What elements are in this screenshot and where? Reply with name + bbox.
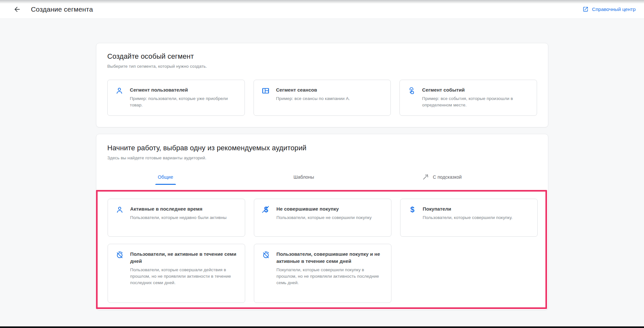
person-icon	[116, 205, 124, 230]
card-title: Активные в последнее время	[130, 205, 226, 213]
tab-label: Шаблоны	[293, 174, 314, 180]
tab-label: С подсказкой	[433, 174, 462, 180]
card-non-purchasers[interactable]: $ Не совершившие покупку Пользователи, к…	[254, 199, 391, 237]
card-description: Пользователи, которые совершили покупку.	[423, 214, 513, 221]
help-center-label: Справочный центр	[592, 6, 636, 12]
card-event-segment[interactable]: Сегмент событий Пример: все события, кот…	[399, 80, 537, 116]
card-text: Активные в последнее время Пользователи,…	[130, 205, 226, 230]
card-text: Сегмент пользователей Пример: пользовате…	[130, 86, 237, 109]
custom-segment-subtitle: Выберите тип сегмента, который нужно соз…	[107, 64, 537, 69]
recommended-audiences-panel: Начните работу, выбрав одну из рекоменду…	[96, 134, 548, 310]
card-text: Сегмент сеансов Пример: все сеансы по ка…	[276, 86, 350, 109]
arrow-back-icon	[13, 5, 21, 13]
segment-type-cards: Сегмент пользователей Пример: пользовате…	[107, 80, 537, 116]
money-off-icon: $	[262, 205, 270, 214]
card-title: Сегмент пользователей	[130, 86, 237, 94]
touch-icon	[408, 86, 416, 109]
tab-suggested[interactable]: С подсказкой	[373, 169, 511, 185]
card-title: Сегмент сеансов	[276, 86, 350, 94]
tab-general[interactable]: Общие	[96, 169, 235, 185]
tab-templates[interactable]: Шаблоны	[235, 169, 373, 185]
card-text: Пользователи, совершившие покупку и не а…	[276, 251, 383, 296]
card-purchased-inactive-7-days[interactable]: Пользователи, совершившие покупку и не а…	[254, 244, 391, 303]
timer-off-icon	[262, 251, 270, 296]
top-app-bar: Создание сегмента Справочный центр	[0, 0, 644, 18]
sessions-icon	[262, 86, 270, 109]
card-description: Пример: все события, которые произошли в…	[422, 95, 529, 108]
card-inactive-7-days[interactable]: Пользователи, не активные в течение семи…	[108, 244, 245, 303]
help-center-link[interactable]: Справочный центр	[582, 6, 636, 12]
bottom-edge-bar	[0, 326, 644, 328]
card-description: Пользователи, которые не совершили покуп…	[276, 214, 372, 221]
card-text: Сегмент событий Пример: все события, кот…	[422, 86, 529, 109]
card-text: Пользователи, не активные в течение семи…	[130, 251, 237, 296]
card-purchasers[interactable]: $ Покупатели Пользователи, которые совер…	[400, 199, 538, 237]
card-text: Не совершившие покупку Пользователи, кот…	[276, 205, 372, 230]
back-button[interactable]	[13, 5, 21, 14]
card-title: Сегмент событий	[422, 86, 529, 94]
card-description: Пример: все сеансы по кампании А.	[276, 95, 350, 102]
card-title: Пользователи, совершившие покупку и не а…	[276, 251, 383, 265]
magic-wand-icon	[422, 174, 429, 180]
tab-label: Общие	[158, 174, 173, 180]
card-session-segment[interactable]: Сегмент сеансов Пример: все сеансы по ка…	[254, 80, 391, 116]
custom-segment-panel: Создайте особый сегмент Выберите тип сег…	[96, 43, 548, 127]
card-title: Покупатели	[423, 205, 513, 213]
card-description: Покупатели, которые совершили покупку в …	[276, 267, 383, 286]
main-content: Создайте особый сегмент Выберите тип сег…	[96, 18, 548, 310]
pink-annotation-box: Активные в последнее время Пользователи,…	[96, 190, 547, 309]
audience-cards: Активные в последнее время Пользователи,…	[108, 199, 538, 303]
card-description: Пользователи, которые совершали действия…	[130, 267, 237, 286]
card-description: Пример: пользователи, которые уже приобр…	[130, 95, 237, 108]
timer-off-icon	[116, 251, 124, 296]
card-text: Покупатели Пользователи, которые соверши…	[423, 205, 513, 230]
dollar-glyph: $	[410, 205, 415, 214]
card-title: Не совершившие покупку	[276, 205, 372, 213]
card-user-segment[interactable]: Сегмент пользователей Пример: пользовате…	[107, 80, 245, 116]
dollar-icon: $	[408, 205, 417, 214]
person-icon	[115, 86, 124, 109]
card-recently-active[interactable]: Активные в последнее время Пользователи,…	[108, 199, 245, 237]
custom-segment-title: Создайте особый сегмент	[107, 52, 537, 61]
page-title: Создание сегмента	[31, 5, 93, 13]
recommended-title: Начните работу, выбрав одну из рекоменду…	[107, 144, 537, 152]
card-description: Пользователи, которые недавно были актив…	[130, 214, 226, 221]
card-title: Пользователи, не активные в течение семи…	[130, 251, 237, 265]
recommended-subtitle: Здесь вы найдете готовые варианты аудито…	[107, 155, 537, 160]
audience-tabs: Общие Шаблоны С подсказкой	[96, 169, 511, 185]
open-in-new-icon	[582, 6, 589, 12]
